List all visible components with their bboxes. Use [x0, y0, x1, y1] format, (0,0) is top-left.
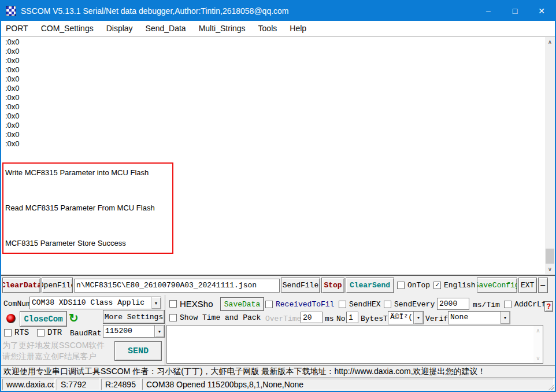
hexshow-label[interactable]: HEXSho [180, 299, 213, 309]
baudrate-select[interactable]: 115200 ▼ [103, 325, 165, 338]
verify-select[interactable]: None ▼ [448, 311, 510, 324]
show-time-pack-checkbox[interactable] [169, 314, 177, 321]
overtime-unit-label: ms [325, 315, 334, 323]
packet-no-input[interactable] [346, 312, 358, 323]
add-crlf-label[interactable]: AddCrLf [514, 300, 546, 309]
annotation-box: Write MCF8315 Parameter into MCU Flash R… [2, 162, 173, 254]
status-site: www.daxia.com [2, 379, 55, 390]
hexshow-option: HEXSho [169, 299, 213, 309]
send-every-option: SendEvery [384, 300, 435, 309]
maximize-button[interactable]: □ [502, 1, 528, 21]
file-toolbar: ClearData OpenFile SendFile Stop ClearSe… [1, 275, 555, 295]
show-time-pack-label[interactable]: Show Time and Pack [180, 313, 261, 322]
clear-data-button[interactable]: ClearData [2, 278, 40, 293]
welcome-bar: 欢迎使用专业串口调试工具SSCOM 作者：习小猛(丁丁)，大虾电子网版 最新版本… [1, 365, 555, 378]
ontop-label[interactable]: OnTop [407, 281, 430, 290]
options-panel: HEXSho SaveData ReceivedToFil SendHEX Se… [165, 295, 555, 365]
show-time-pack-option: Show Time and Pack [169, 313, 261, 322]
menu-tools[interactable]: Tools [252, 24, 284, 33]
minimize-button[interactable]: – [475, 1, 502, 21]
receive-scrollbar[interactable]: ∧ ∨ [545, 37, 555, 274]
ext-button[interactable]: EXT [518, 278, 537, 293]
chevron-down-icon[interactable]: ▼ [413, 312, 423, 324]
packet-no-label: No [336, 315, 346, 323]
scroll-up-icon[interactable]: ∧ [545, 37, 555, 47]
english-label[interactable]: English [444, 281, 476, 290]
menu-send-data[interactable]: Send_Data [139, 24, 192, 33]
menu-port[interactable]: PORT [1, 24, 35, 33]
settings-panel: ComNum COM38 XDS110 Class Applic ▼ Close… [1, 295, 555, 365]
dtr-label[interactable]: DTR [47, 328, 62, 337]
annotation-line: MCF8315 Parameter Store Success [5, 239, 170, 247]
send-interval-input[interactable] [437, 298, 469, 310]
send-hex-checkbox[interactable] [339, 301, 346, 308]
dtr-option: DTR [37, 328, 62, 337]
rts-label[interactable]: RTS [14, 328, 29, 337]
english-checkbox[interactable]: ✓ [433, 282, 441, 289]
close-button[interactable]: ✕ [528, 1, 555, 21]
status-port-state: COM38 Opened 115200bps,8,1,None,None [142, 379, 554, 390]
title-bar: SSCOM V5.13.1 Serial/Net data debugger,A… [1, 1, 555, 21]
send-button[interactable]: SEND [114, 341, 162, 361]
collapse-button[interactable]: — [538, 278, 548, 293]
received-to-file-label[interactable]: ReceivedToFil [276, 300, 334, 309]
send-input[interactable] [167, 326, 533, 363]
menu-com-settings[interactable]: COM_Settings [35, 24, 100, 33]
chevron-down-icon[interactable]: ▼ [151, 297, 161, 309]
chevron-down-icon[interactable]: ▼ [500, 312, 510, 324]
dtr-checkbox[interactable] [37, 329, 45, 336]
status-received-count: R:24895 [101, 379, 140, 390]
send-hex-option: SendHEX [339, 300, 381, 309]
scroll-down-icon[interactable]: ∨ [533, 353, 543, 363]
scroll-thumb[interactable] [546, 249, 554, 264]
file-path-input[interactable] [74, 279, 280, 293]
help-button[interactable]: ? [544, 301, 553, 312]
menu-display[interactable]: Display [100, 24, 139, 33]
sscom-window: SSCOM V5.13.1 Serial/Net data debugger,A… [0, 0, 556, 392]
menu-multi-strings[interactable]: Multi_Strings [192, 24, 252, 33]
hexshow-checkbox[interactable] [169, 300, 177, 308]
overtime-input[interactable] [301, 312, 323, 323]
scroll-down-icon[interactable]: ∨ [545, 264, 555, 274]
menu-bar: PORT COM_Settings Display Send_Data Mult… [1, 21, 555, 36]
send-every-label[interactable]: SendEvery [394, 300, 435, 309]
receive-text: :0x0 :0x0 :0x0 :0x0 :0x0 :0x0 :0x0 :0x0 … [5, 38, 20, 149]
bytes-to-value: Ä©Î²( [388, 312, 413, 324]
add-crlf-option: AddCrLf [504, 300, 546, 309]
chevron-down-icon[interactable]: ▼ [154, 326, 164, 337]
more-settings-button[interactable]: More Settings [103, 310, 165, 324]
bytes-to-select[interactable]: Ä©Î²( ▼ [388, 311, 424, 324]
stop-button[interactable]: Stop [321, 278, 344, 293]
send-file-button[interactable]: SendFile [281, 278, 320, 293]
promo-line-1: 为了更好地发展SSCOM软件 [2, 340, 115, 351]
ontop-option: OnTop [397, 281, 430, 290]
menu-help[interactable]: Help [283, 24, 313, 33]
com-port-select[interactable]: COM38 XDS110 Class Applic ▼ [29, 297, 161, 309]
rts-option: RTS [4, 328, 29, 337]
received-to-file-checkbox[interactable] [265, 301, 273, 308]
annotation-line: Read MCF8315 Parameter From MCU Flash [5, 204, 170, 212]
add-crlf-checkbox[interactable] [504, 301, 511, 308]
comnum-label: ComNum [3, 299, 31, 308]
save-data-button[interactable]: SaveData [220, 297, 264, 311]
rts-checkbox[interactable] [4, 329, 12, 336]
close-com-button[interactable]: CloseCom [20, 311, 67, 327]
baudrate-label: BaudRat [70, 329, 102, 338]
send-scrollbar[interactable]: ∧ ∨ [533, 326, 543, 363]
verify-value: None [448, 312, 500, 324]
com-port-value: COM38 XDS110 Class Applic [30, 297, 151, 309]
save-config-button[interactable]: SaveConfig [477, 278, 517, 293]
window-controls: – □ ✕ [475, 1, 555, 21]
send-hex-label[interactable]: SendHEX [349, 300, 381, 309]
status-bar: www.daxia.com S:7792 R:24895 COM38 Opene… [1, 378, 555, 391]
window-title: SSCOM V5.13.1 Serial/Net data debugger,A… [21, 6, 289, 16]
send-every-checkbox[interactable] [384, 301, 391, 308]
refresh-ports-icon[interactable]: ↻ [69, 311, 79, 325]
scroll-up-icon[interactable]: ∧ [533, 326, 543, 335]
clear-send-button[interactable]: ClearSend [346, 278, 394, 293]
receive-area[interactable]: :0x0 :0x0 :0x0 :0x0 :0x0 :0x0 :0x0 :0x0 … [1, 36, 555, 275]
annotation-line: Write MCF8315 Parameter into MCU Flash [5, 168, 170, 177]
send-text-area: ∧ ∨ [166, 325, 543, 364]
ontop-checkbox[interactable] [397, 282, 405, 289]
open-file-button[interactable]: OpenFile [42, 278, 73, 293]
